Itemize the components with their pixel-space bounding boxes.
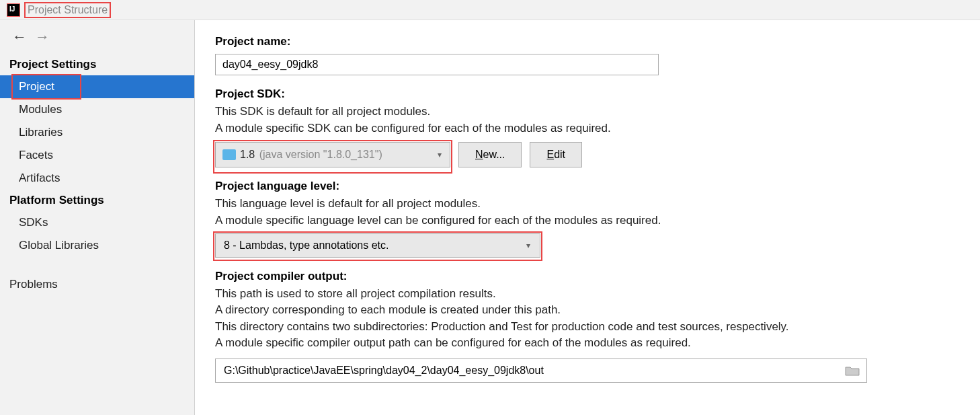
output-desc-line1: This path is used to store all project c… bbox=[215, 286, 960, 303]
chevron-down-icon: ▾ bbox=[438, 150, 442, 159]
content-pane: Project name: Project SDK: This SDK is d… bbox=[195, 20, 980, 415]
sidebar-item-facets[interactable]: Facets bbox=[0, 144, 194, 167]
lang-desc-line1: This language level is default for all p… bbox=[215, 196, 960, 213]
sdk-desc-line2: A module specific SDK can be configured … bbox=[215, 120, 960, 137]
section-platform-settings: Platform Settings bbox=[0, 190, 194, 211]
language-level-label: Project language level: bbox=[215, 180, 960, 193]
sidebar-item-libraries[interactable]: Libraries bbox=[0, 121, 194, 144]
forward-arrow-icon[interactable]: → bbox=[35, 28, 50, 46]
output-desc-line2: A directory corresponding to each module… bbox=[215, 302, 960, 319]
window-title: Project Structure bbox=[24, 2, 111, 18]
intellij-icon bbox=[7, 3, 20, 17]
language-level-value: 8 - Lambdas, type annotations etc. bbox=[224, 239, 389, 252]
chevron-down-icon: ▾ bbox=[526, 241, 530, 250]
language-level-select[interactable]: 8 - Lambdas, type annotations etc. ▾ bbox=[215, 233, 540, 258]
project-sdk-select[interactable]: 1.8 (java version "1.8.0_131") ▾ bbox=[215, 142, 450, 167]
compiler-output-label: Project compiler output: bbox=[215, 270, 960, 283]
browse-folder-icon[interactable] bbox=[845, 365, 860, 376]
output-desc-line3: This directory contains two subdirectori… bbox=[215, 319, 960, 336]
sidebar: ← → Project Settings Project Modules Lib… bbox=[0, 20, 195, 415]
project-sdk-label: Project SDK: bbox=[215, 87, 960, 101]
sidebar-item-artifacts[interactable]: Artifacts bbox=[0, 167, 194, 190]
output-desc-line4: A module specific compiler output path c… bbox=[215, 335, 960, 352]
sidebar-item-modules[interactable]: Modules bbox=[0, 98, 194, 121]
section-project-settings: Project Settings bbox=[0, 54, 194, 75]
sdk-detail-text: (java version "1.8.0_131") bbox=[259, 149, 382, 161]
compiler-output-input[interactable] bbox=[216, 359, 845, 382]
sidebar-item-sdks[interactable]: SDKs bbox=[0, 211, 194, 234]
project-name-label: Project name: bbox=[215, 35, 960, 48]
sdk-desc-line1: This SDK is default for all project modu… bbox=[215, 104, 960, 120]
sidebar-item-global-libraries[interactable]: Global Libraries bbox=[0, 234, 194, 257]
sdk-folder-icon bbox=[222, 149, 236, 160]
project-name-input[interactable] bbox=[215, 54, 659, 75]
edit-sdk-button[interactable]: Edit bbox=[530, 142, 582, 167]
back-arrow-icon[interactable]: ← bbox=[12, 28, 27, 46]
title-bar: Project Structure bbox=[0, 0, 980, 20]
sidebar-item-project[interactable]: Project bbox=[0, 75, 194, 98]
lang-desc-line2: A module specific language level can be … bbox=[215, 213, 960, 229]
sidebar-item-problems[interactable]: Problems bbox=[0, 273, 194, 296]
sdk-version-text: 1.8 bbox=[240, 149, 255, 161]
new-sdk-button[interactable]: New... bbox=[458, 142, 522, 167]
